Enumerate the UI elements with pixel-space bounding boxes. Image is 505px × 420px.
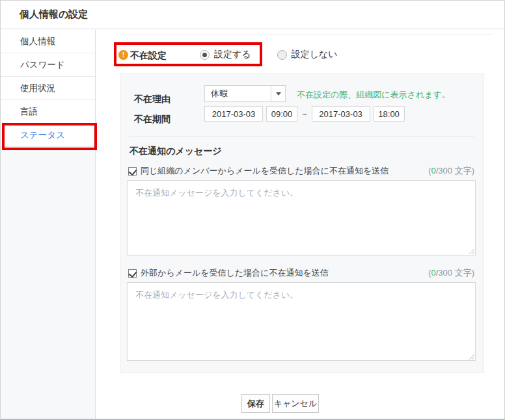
counter-rest: /300 文字) bbox=[436, 268, 474, 278]
end-time-field[interactable]: 18:00 bbox=[374, 106, 405, 122]
sidebar-item-password[interactable]: パスワード bbox=[1, 53, 95, 77]
external-char-counter: (0/300 文字) bbox=[428, 267, 474, 279]
internal-checkbox[interactable] bbox=[128, 167, 137, 176]
absence-setting-label: 不在設定 bbox=[130, 50, 167, 62]
radio-disable-label: 設定しない bbox=[292, 49, 338, 60]
internal-message-textarea[interactable] bbox=[127, 180, 476, 256]
internal-notification-row: 同じ組織のメンバーからメールを受信した場合に不在通知を送信 (0/300 文字) bbox=[128, 165, 474, 177]
sidebar-item-language[interactable]: 言語 bbox=[1, 100, 95, 124]
internal-char-counter: (0/300 文字) bbox=[428, 165, 474, 177]
absence-radio-group: 設定する 設定しない bbox=[200, 49, 364, 60]
sidebar-item-usage[interactable]: 使用状況 bbox=[1, 77, 95, 100]
external-message-textarea[interactable] bbox=[127, 282, 476, 361]
cancel-button[interactable]: キャンセル bbox=[272, 394, 319, 413]
radio-disable-icon[interactable] bbox=[277, 50, 287, 60]
sidebar-item-personal-info[interactable]: 個人情報 bbox=[1, 30, 95, 53]
end-date-field[interactable]: 2017-03-03 bbox=[312, 106, 370, 122]
radio-option-disable[interactable]: 設定しない bbox=[277, 49, 338, 60]
notification-message-heading: 不在通知のメッセージ bbox=[130, 146, 222, 157]
select-arrow-zone[interactable] bbox=[271, 86, 285, 101]
sidebar-item-status[interactable]: ステータス bbox=[1, 124, 95, 147]
sidebar-item-label: パスワード bbox=[20, 59, 65, 71]
absence-reason-label: 不在理由 bbox=[134, 94, 171, 105]
radio-enable-label: 設定する bbox=[214, 49, 251, 60]
counter-rest: /300 文字) bbox=[436, 166, 474, 176]
absence-period-row: 2017-03-03 09:00 ~ 2017-03-03 18:00 bbox=[204, 106, 405, 122]
radio-option-enable[interactable]: 設定する bbox=[200, 49, 251, 60]
window-header: 個人情報の設定 bbox=[1, 1, 504, 29]
absence-form-panel: 不在理由 休暇 不在設定の際、組織図に表示されます。 不在期間 2017-03-… bbox=[120, 73, 484, 373]
absence-reason-note: 不在設定の際、組織図に表示されます。 bbox=[297, 89, 450, 101]
external-checkbox[interactable] bbox=[128, 269, 137, 278]
external-message-wrap bbox=[127, 282, 476, 361]
internal-message-wrap bbox=[127, 180, 476, 256]
counter-count: 0 bbox=[431, 166, 436, 176]
main-content: ! 不在設定 設定する 設定しない 不在理由 休暇 bbox=[96, 30, 504, 419]
page-title: 個人情報の設定 bbox=[20, 8, 88, 21]
period-separator: ~ bbox=[302, 109, 307, 119]
absence-reason-select[interactable]: 休暇 bbox=[204, 85, 286, 102]
absence-reason-value: 休暇 bbox=[205, 88, 271, 99]
internal-checkbox-label: 同じ組織のメンバーからメールを受信した場合に不在通知を送信 bbox=[141, 165, 389, 177]
absence-period-label: 不在期間 bbox=[134, 114, 171, 125]
absence-setting-row: ! 不在設定 設定する 設定しない bbox=[96, 30, 504, 66]
settings-window: 個人情報の設定 個人情報 パスワード 使用状況 言語 ステータス ! 不在設定 bbox=[0, 0, 505, 420]
sidebar: 個人情報 パスワード 使用状況 言語 ステータス bbox=[1, 30, 96, 419]
external-checkbox-label: 外部からメールを受信した場合に不在通知を送信 bbox=[141, 267, 329, 279]
panel-divider bbox=[130, 136, 474, 137]
sidebar-item-label: 言語 bbox=[20, 106, 38, 118]
sidebar-item-label: 個人情報 bbox=[20, 36, 55, 47]
start-date-field[interactable]: 2017-03-03 bbox=[204, 106, 263, 122]
warning-icon: ! bbox=[118, 50, 128, 60]
start-time-field[interactable]: 09:00 bbox=[266, 106, 297, 122]
external-notification-row: 外部からメールを受信した場合に不在通知を送信 (0/300 文字) bbox=[128, 267, 474, 279]
sidebar-item-label: ステータス bbox=[20, 129, 65, 141]
radio-enable-icon[interactable] bbox=[200, 50, 210, 60]
save-button[interactable]: 保存 bbox=[241, 394, 270, 413]
sidebar-item-label: 使用状況 bbox=[20, 83, 55, 94]
counter-count: 0 bbox=[431, 268, 436, 278]
chevron-down-icon bbox=[276, 92, 281, 96]
